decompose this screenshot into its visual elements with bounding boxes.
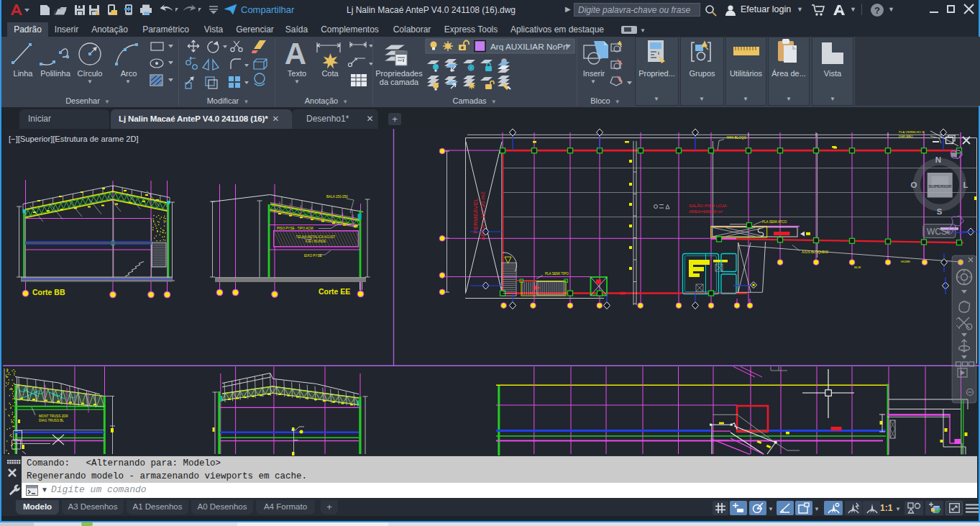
svg-text:HDME: HDME [901,260,910,263]
svg-text:PLA VERMLHO IF: PLA VERMLHO IF [899,130,925,134]
svg-text:AREA=960.50 m²: AREA=960.50 m² [689,209,723,214]
svg-text:AJUS BLOQUEIO: AJUS BLOQUEIO [802,250,828,254]
svg-text:Corte EE: Corte EE [319,287,350,296]
svg-text:PLA SEMI TIPO: PLA SEMI TIPO [545,272,569,276]
svg-text:O: O [911,181,917,189]
svg-text:SUPERIOR: SUPERIOR [928,183,952,189]
svg-text:BLIE: BLIE [854,266,861,269]
svg-text:BALA 150-250: BALA 150-250 [326,195,348,199]
svg-text:SALÃO PISO LOJA: SALÃO PISO LOJA [689,204,727,208]
svg-text:Corte BB: Corte BB [32,288,65,296]
svg-text:PLA SEMI ATCO: PLA SEMI ATCO [762,220,787,224]
svg-text:A: A [285,37,306,71]
svg-text:Arq AUXILIAR NoPri: Arq AUXILIAR NoPri [490,42,568,52]
svg-text:PISO PYSE - TIPO ACM: PISO PYSE - TIPO ACM [277,227,313,230]
svg-text:TELHA METALICA ACUST: TELHA METALICA ACUST [296,235,336,239]
svg-text:PERMEÁVEL: PERMEÁVEL [472,198,479,233]
svg-text:DHF-BBQ: DHF-BBQ [899,135,913,138]
svg-text:EIXO PYSE: EIXO PYSE [304,254,322,258]
svg-text:4HHI BLOQO: 4HHI BLOQO [726,136,747,140]
svg-text:?: ? [874,5,880,16]
svg-text:MONT TRUSS 2DR: MONT TRUSS 2DR [39,414,68,418]
svg-text:[−][Superior][Estrutura de ara: [−][Superior][Estrutura de arame 2D] [9,135,139,143]
svg-text:L: L [963,181,968,189]
svg-text:N: N [935,155,941,164]
svg-text:S: S [937,207,943,216]
svg-text:DIAG TRUSS BL: DIAG TRUSS BL [39,419,64,422]
